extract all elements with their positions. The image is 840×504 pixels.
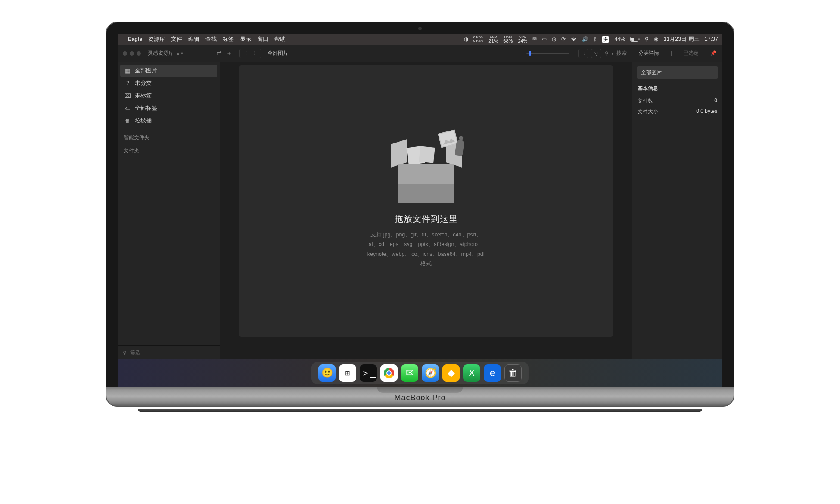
istat-icon[interactable]: ◑ <box>464 36 468 42</box>
main-content: 拖放文件到这里 支持 jpg、png、gif、tif、sketch、c4d、ps… <box>220 62 632 359</box>
sidebar-item-label: 全部图片 <box>135 67 157 75</box>
ssd-stat[interactable]: SSD21% <box>488 35 498 44</box>
tags-icon: 🏷 <box>124 106 131 112</box>
dock-area: 🙂 ⊞ ＞_ ✉ 🧭 ◆ X e 🗑 <box>118 359 722 387</box>
grid-icon: ▦ <box>124 68 131 74</box>
add-icon[interactable]: ＋ <box>226 50 232 57</box>
clock-icon[interactable]: ◷ <box>552 36 556 42</box>
sidebar-item-uncategorized[interactable]: ？ 未分类 <box>120 77 217 90</box>
nav-forward-button[interactable]: 〉 <box>250 49 261 58</box>
app-toolbar: 灵感资源库 ▲▼ ⇄ ＋ 〈 〉 全部图片 ↑↓ <box>118 45 722 62</box>
sidebar-group-smart[interactable]: 智能文件夹 <box>118 130 220 143</box>
info-panel: 全部图片 基本信息 文件数0 文件大小0.0 bytes <box>632 62 722 359</box>
airplay-icon[interactable]: ▭ <box>542 36 547 42</box>
ram-stat[interactable]: RAM68% <box>503 35 513 44</box>
app-name[interactable]: Eagle <box>128 36 142 42</box>
info-section-header: 基本信息 <box>638 85 717 92</box>
breadcrumb: 全部图片 <box>268 50 288 57</box>
spotlight-icon[interactable]: ⚲ <box>645 36 649 42</box>
battery-percent[interactable]: 44% <box>614 36 625 42</box>
bluetooth-icon[interactable]: ᛒ <box>594 36 597 42</box>
wechat-status-icon[interactable]: ✉ <box>532 36 537 42</box>
info-row-size: 文件大小0.0 bytes <box>637 106 718 117</box>
search-icon: ⚲ <box>605 50 609 56</box>
dropzone-subtitle: 支持 jpg、png、gif、tif、sketch、c4d、psd、 ai、xd… <box>367 230 485 269</box>
menu-window[interactable]: 窗口 <box>257 36 268 43</box>
info-title-chip: 全部图片 <box>637 66 718 79</box>
dock-excel[interactable]: X <box>463 364 480 382</box>
info-row-count: 文件数0 <box>637 96 718 106</box>
sidebar: ▦ 全部图片 ？ 未分类 ⌧ 未标签 <box>118 62 220 359</box>
chevron-updown-icon: ▲▼ <box>176 51 184 56</box>
sidebar-item-all[interactable]: ▦ 全部图片 <box>120 65 217 77</box>
laptop-base: MacBook Pro <box>106 387 734 407</box>
dropzone[interactable]: 拖放文件到这里 支持 jpg、png、gif、tif、sketch、c4d、ps… <box>239 65 613 337</box>
sidebar-item-alltags[interactable]: 🏷 全部标签 <box>120 102 217 115</box>
filter-button[interactable]: ▽ <box>591 49 601 58</box>
macos-menubar: Eagle 资源库 文件 编辑 查找 标签 显示 窗口 帮助 ◑ 0 KB/s0… <box>118 34 722 45</box>
svg-rect-1 <box>631 38 634 41</box>
sidebar-item-untagged[interactable]: ⌧ 未标签 <box>120 90 217 102</box>
dock-edge[interactable]: e <box>484 364 501 382</box>
menubar-time[interactable]: 17:37 <box>705 36 718 42</box>
sidebar-item-label: 未分类 <box>135 80 152 87</box>
sync-icon[interactable]: ⟳ <box>561 36 566 42</box>
cpu-stat[interactable]: CPU24% <box>518 35 527 44</box>
search-icon: ⚲ <box>123 350 127 356</box>
menu-edit[interactable]: 编辑 <box>188 36 199 43</box>
dock-chrome[interactable] <box>380 364 398 382</box>
filter-placeholder: 筛选 <box>130 349 140 356</box>
siri-icon[interactable]: ◉ <box>654 36 658 42</box>
menu-tags[interactable]: 标签 <box>223 36 234 43</box>
dock-safari[interactable]: 🧭 <box>422 364 439 382</box>
sidebar-filter[interactable]: ⚲ 筛选 <box>118 345 220 359</box>
transfer-icon[interactable]: ⇄ <box>217 50 222 57</box>
search-caret-icon: ▾ <box>611 50 614 56</box>
menu-view[interactable]: 显示 <box>240 36 251 43</box>
menu-library[interactable]: 资源库 <box>148 36 165 43</box>
dock: 🙂 ⊞ ＞_ ✉ 🧭 ◆ X e 🗑 <box>311 362 529 384</box>
tab-details[interactable]: 分类详情 <box>638 50 659 57</box>
thumbnail-zoom-slider[interactable] <box>526 53 569 54</box>
window-controls[interactable] <box>118 51 146 56</box>
library-picker[interactable]: 灵感资源库 ▲▼ <box>148 50 217 57</box>
dock-finder[interactable]: 🙂 <box>318 364 336 382</box>
box-illustration <box>389 134 463 203</box>
laptop-label: MacBook Pro <box>394 393 445 402</box>
search-placeholder: 搜索 <box>616 50 627 57</box>
dock-trash[interactable]: 🗑 <box>504 364 522 382</box>
sidebar-item-trash[interactable]: 🗑 垃圾桶 <box>120 115 217 127</box>
pin-icon[interactable]: 📌 <box>710 50 716 56</box>
sidebar-item-label: 垃圾桶 <box>135 117 152 124</box>
ime-indicator[interactable]: 拼 <box>602 36 609 43</box>
tab-selected[interactable]: 已选定 <box>683 50 699 57</box>
camera <box>418 27 422 30</box>
question-icon: ？ <box>124 80 131 87</box>
sidebar-item-label: 全部标签 <box>135 105 157 112</box>
sidebar-group-folders[interactable]: 文件夹 <box>118 143 220 156</box>
net-stat[interactable]: 0 KB/s0 KB/s <box>473 36 484 43</box>
wifi-icon[interactable] <box>571 37 577 42</box>
dropzone-title: 拖放文件到这里 <box>395 213 458 225</box>
volume-icon[interactable]: 🔊 <box>582 36 588 42</box>
dock-terminal[interactable]: ＞_ <box>360 364 377 382</box>
sidebar-item-label: 未标签 <box>135 92 152 100</box>
battery-icon[interactable] <box>630 37 640 42</box>
laptop-frame: Eagle 资源库 文件 编辑 查找 标签 显示 窗口 帮助 ◑ 0 KB/s0… <box>106 22 734 407</box>
library-name: 灵感资源库 <box>148 50 174 57</box>
trash-icon: 🗑 <box>124 118 131 124</box>
sort-button[interactable]: ↑↓ <box>578 49 588 58</box>
menu-help[interactable]: 帮助 <box>274 36 286 43</box>
tag-x-icon: ⌧ <box>124 93 131 99</box>
menu-find[interactable]: 查找 <box>205 36 217 43</box>
dock-wechat[interactable]: ✉ <box>401 364 418 382</box>
menubar-date[interactable]: 11月23日 周三 <box>663 36 699 43</box>
dock-launchpad[interactable]: ⊞ <box>339 364 356 382</box>
svg-rect-2 <box>639 38 640 40</box>
eagle-window: 灵感资源库 ▲▼ ⇄ ＋ 〈 〉 全部图片 ↑↓ <box>118 45 722 387</box>
menu-file[interactable]: 文件 <box>171 36 182 43</box>
search-field[interactable]: ⚲ ▾ 搜索 <box>605 50 627 57</box>
dock-sketch[interactable]: ◆ <box>442 364 460 382</box>
nav-back-button[interactable]: 〈 <box>239 49 250 58</box>
